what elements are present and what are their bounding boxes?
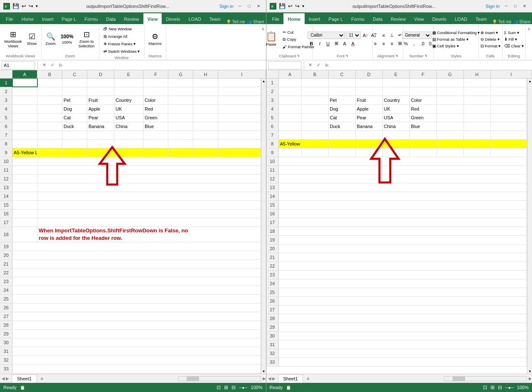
left-r9-c[interactable] [62, 148, 87, 157]
right-r2-a[interactable] [279, 87, 302, 96]
right-r7-i[interactable] [491, 131, 527, 139]
left-r9-b[interactable] [37, 148, 62, 157]
right-btn-paste[interactable]: 📋 Paste [266, 31, 280, 47]
left-r7-h[interactable] [193, 131, 218, 139]
left-r8-e[interactable] [114, 140, 143, 148]
right-close-btn[interactable]: ✕ [520, 2, 529, 10]
c[interactable] [279, 157, 527, 165]
c[interactable] [12, 321, 261, 329]
left-r4-b[interactable] [37, 105, 62, 113]
right-align-top-btn[interactable]: ⊤ [372, 32, 379, 39]
number-expand[interactable]: ↘ [424, 54, 427, 57]
right-customize-icon[interactable]: ▾ [302, 4, 304, 8]
right-underline-btn[interactable]: U [324, 40, 332, 47]
right-add-sheet-btn[interactable]: + [304, 375, 312, 383]
right-r8-c[interactable] [329, 140, 356, 148]
right-r6-i[interactable] [491, 122, 527, 131]
left-r7-b[interactable] [37, 131, 62, 139]
right-italic-btn[interactable]: I [316, 40, 323, 47]
left-r2-b[interactable] [37, 87, 62, 96]
left-btn-zoom[interactable]: 🔍 Zoom [44, 32, 57, 47]
left-scrollbar-h[interactable] [178, 376, 261, 381]
left-r8-i[interactable] [218, 140, 261, 148]
left-r8-f[interactable] [143, 140, 168, 148]
right-share[interactable]: 👥 Share [513, 20, 530, 24]
c[interactable] [279, 253, 527, 261]
right-r7-d[interactable] [356, 131, 383, 139]
left-r1-c[interactable] [62, 79, 87, 87]
right-fill-color-btn[interactable]: A [341, 40, 348, 47]
left-r7-d[interactable] [87, 131, 114, 139]
left-r2-i[interactable] [218, 87, 261, 96]
left-scroll-tabs-left[interactable]: ◀ [2, 376, 5, 381]
left-r5-e[interactable]: USA [114, 113, 143, 122]
left-tab-review[interactable]: Review [120, 13, 143, 24]
right-col-h[interactable]: H [464, 70, 491, 78]
c[interactable] [12, 260, 261, 268]
c[interactable] [12, 286, 261, 294]
right-r3-b[interactable] [302, 96, 329, 104]
left-scroll-track[interactable] [261, 84, 266, 369]
left-r2-f[interactable] [143, 87, 168, 96]
left-scrollbar-v[interactable]: ▲ ▼ [261, 79, 266, 374]
right-r6-a[interactable] [279, 122, 302, 131]
right-zoom-slider[interactable]: ─●─ [505, 385, 514, 390]
right-r5-i[interactable] [491, 113, 527, 122]
right-tab-data[interactable]: Data [369, 13, 387, 24]
left-r3-e[interactable]: Country [114, 96, 143, 104]
left-confirm-btn[interactable]: ✓ [49, 62, 56, 69]
right-btn-delete[interactable]: ⊖ Delete ▾ [479, 36, 502, 42]
c[interactable] [279, 358, 527, 366]
left-r3-d[interactable]: Fruit [87, 96, 114, 104]
left-col-g[interactable]: G [168, 70, 193, 78]
left-r5-b[interactable] [37, 113, 62, 122]
right-r8-e[interactable] [383, 140, 410, 148]
right-r9-i[interactable] [491, 148, 527, 157]
right-r6-b[interactable] [302, 122, 329, 131]
left-r5-g[interactable] [168, 113, 193, 122]
right-r7-e[interactable] [383, 131, 410, 139]
right-r4-f[interactable]: Red [410, 105, 437, 113]
left-sign-in[interactable]: Sign in [219, 4, 234, 9]
right-collapse-ribbon[interactable]: ∧ [526, 25, 532, 59]
right-r2-f[interactable] [410, 87, 437, 96]
right-r6-c[interactable]: Duck [329, 122, 356, 131]
right-r8-i[interactable] [491, 140, 527, 148]
right-redo-icon[interactable]: ↪ [295, 3, 300, 9]
right-tell-me[interactable]: 💡 Tell me [492, 20, 511, 24]
right-minimize-btn[interactable]: ─ [502, 2, 510, 10]
left-r5-c[interactable]: Cat [62, 113, 87, 122]
right-r2-b[interactable] [302, 87, 329, 96]
left-col-a[interactable]: A [12, 70, 37, 78]
left-btn-freeze-panes[interactable]: ❄ Freeze Panes ▾ [102, 41, 138, 47]
c[interactable] [12, 303, 261, 312]
left-r2-g[interactable] [168, 87, 193, 96]
left-r17-a[interactable] [12, 218, 37, 227]
left-r15-a[interactable] [12, 201, 37, 209]
left-btn-new-window[interactable]: 🗗 New Window [102, 26, 133, 32]
c[interactable] [12, 269, 261, 277]
c[interactable] [279, 201, 527, 209]
left-r9-d[interactable] [87, 148, 114, 157]
left-r7-c[interactable] [62, 131, 87, 139]
right-bold-btn[interactable]: B [308, 40, 315, 47]
right-scrollbar-v[interactable]: ▲ ▼ [527, 79, 532, 374]
right-scroll-tabs-right[interactable]: ▶ [272, 376, 276, 381]
c[interactable] [12, 356, 261, 364]
left-btn-arrange-all[interactable]: ⊞ Arrange All [102, 33, 129, 39]
left-scroll-thumb[interactable] [187, 377, 199, 381]
right-border-btn[interactable]: ⊞ [332, 40, 340, 47]
left-r9-f[interactable] [143, 148, 168, 157]
left-r8-d[interactable] [87, 140, 114, 148]
c[interactable] [12, 277, 261, 286]
left-r1-a[interactable] [12, 79, 37, 87]
right-r8-f[interactable] [410, 140, 437, 148]
right-function-btn[interactable]: fx [323, 62, 331, 69]
right-tab-page-layout[interactable]: Page L [324, 13, 347, 24]
right-r2-h[interactable] [464, 87, 491, 96]
right-r7-a[interactable] [279, 131, 302, 139]
c[interactable] [12, 365, 261, 373]
alignment-expand[interactable]: ↘ [395, 54, 398, 57]
left-col-c[interactable]: C [62, 70, 87, 78]
c[interactable] [37, 218, 261, 227]
